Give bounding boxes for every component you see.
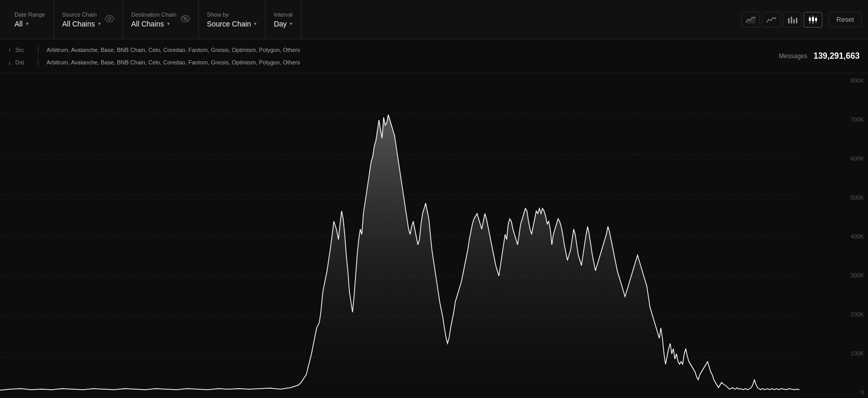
top-bar: Date Range All ▾ Source Chain All Chains… <box>0 0 868 39</box>
date-range-label: Date Range <box>15 11 45 18</box>
bar-chart-button[interactable] <box>783 12 802 28</box>
destination-chain-chevron: ▾ <box>167 21 170 26</box>
date-range-chevron: ▾ <box>26 21 29 26</box>
svg-rect-6 <box>791 17 792 23</box>
svg-rect-12 <box>812 17 814 21</box>
source-chain-label: Source Chain <box>62 11 101 18</box>
interval-label: Interval <box>274 11 292 18</box>
svg-rect-14 <box>815 18 817 21</box>
messages-section: Messages 139,291,663 <box>779 51 860 61</box>
date-range-filter[interactable]: Date Range All ▾ <box>6 0 54 39</box>
show-by-label: Show by <box>207 11 257 18</box>
interval-chevron: ▾ <box>290 21 292 26</box>
legend-src-dst: ↑ Src | Arbitrum, Avalanche, Base, BNB C… <box>8 44 779 69</box>
src-label: Src <box>16 47 30 53</box>
source-chain-filter[interactable]: Source Chain All Chains ▾ <box>54 0 123 39</box>
chart-svg <box>0 73 868 398</box>
interval-value[interactable]: Day ▾ <box>274 20 292 28</box>
svg-rect-7 <box>793 19 795 23</box>
show-by-filter[interactable]: Show by Source Chain ▾ <box>199 0 266 39</box>
svg-rect-8 <box>796 18 797 23</box>
messages-count: 139,291,663 <box>813 51 860 61</box>
reset-button[interactable]: Reset <box>829 12 862 27</box>
legend-bar: ↑ Src | Arbitrum, Avalanche, Base, BNB C… <box>0 39 868 73</box>
show-by-value[interactable]: Source Chain ▾ <box>207 20 257 28</box>
messages-label: Messages <box>779 52 807 60</box>
up-arrow-icon: ↑ <box>8 47 11 53</box>
source-chain-value[interactable]: All Chains ▾ <box>62 20 101 28</box>
source-chain-eye-icon[interactable] <box>105 15 114 24</box>
candle-chart-button[interactable] <box>804 12 822 28</box>
dst-chains: Arbitrum, Avalanche, Base, BNB Chain, Ce… <box>47 59 300 65</box>
area-chart-button[interactable] <box>741 12 760 28</box>
show-by-chevron: ▾ <box>254 21 256 26</box>
destination-chain-label: Destination Chain <box>131 11 177 18</box>
line-chart-button[interactable] <box>762 12 781 28</box>
source-chain-chevron: ▾ <box>98 21 101 26</box>
chart-area: 800K 700K 600K 500K 400K 300K 200K 100K … <box>0 73 868 398</box>
src-chains: Arbitrum, Avalanche, Base, BNB Chain, Ce… <box>47 47 300 53</box>
dst-label: Dst <box>16 59 30 65</box>
legend-src-row: ↑ Src | Arbitrum, Avalanche, Base, BNB C… <box>8 44 779 56</box>
svg-rect-5 <box>788 18 790 23</box>
down-arrow-icon: ↓ <box>8 59 11 65</box>
destination-chain-filter[interactable]: Destination Chain All Chains ▾ <box>123 0 199 39</box>
destination-chain-eye-icon[interactable] <box>181 15 190 24</box>
legend-dst-row: ↓ Dst | Arbitrum, Avalanche, Base, BNB C… <box>8 56 779 69</box>
svg-line-2 <box>182 16 189 21</box>
svg-rect-10 <box>809 18 811 21</box>
svg-point-0 <box>105 16 114 22</box>
chart-type-buttons <box>735 12 829 28</box>
svg-point-1 <box>108 18 111 20</box>
destination-chain-value[interactable]: All Chains ▾ <box>131 20 177 28</box>
date-range-value[interactable]: All ▾ <box>15 20 45 28</box>
interval-filter[interactable]: Interval Day ▾ <box>265 0 301 39</box>
